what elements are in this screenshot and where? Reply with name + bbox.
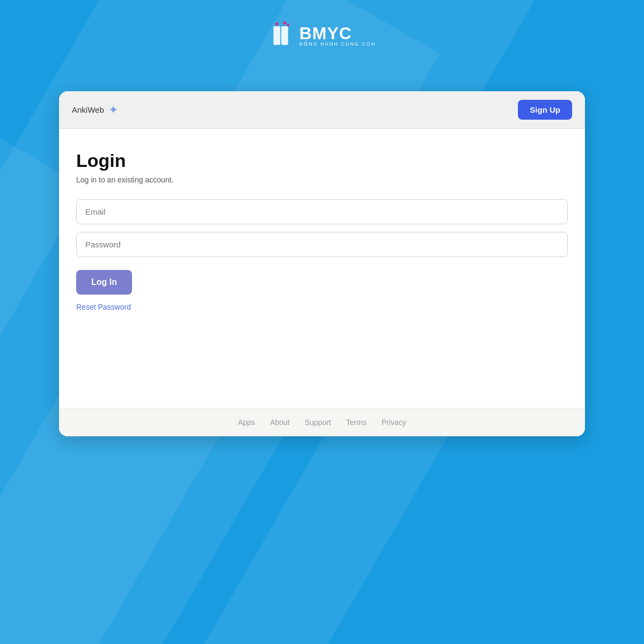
card-header-left: AnkiWeb ✦ bbox=[72, 103, 118, 117]
ankiweb-label: AnkiWeb bbox=[72, 105, 104, 114]
footer-link-privacy[interactable]: Privacy bbox=[382, 418, 406, 427]
footer-link-apps[interactable]: Apps bbox=[238, 418, 255, 427]
logo-subtitle: ĐỒNG HÀNH CÙNG CON bbox=[299, 41, 376, 47]
top-logo: BMYC ĐỒNG HÀNH CÙNG CON bbox=[268, 21, 376, 48]
card-body: Login Log in to an existing account. Log… bbox=[59, 129, 585, 408]
svg-point-3 bbox=[283, 21, 286, 24]
login-subtitle: Log in to an existing account. bbox=[76, 175, 568, 184]
svg-rect-0 bbox=[273, 26, 280, 45]
email-input[interactable] bbox=[76, 199, 568, 224]
svg-point-4 bbox=[287, 24, 289, 26]
password-input[interactable] bbox=[76, 232, 568, 257]
star-icon: ✦ bbox=[108, 103, 118, 117]
login-button[interactable]: Log In bbox=[76, 270, 132, 295]
card-header: AnkiWeb ✦ Sign Up bbox=[59, 91, 585, 129]
footer-link-support[interactable]: Support bbox=[305, 418, 331, 427]
logo-container: BMYC ĐỒNG HÀNH CÙNG CON bbox=[268, 21, 376, 48]
reset-password-link[interactable]: Reset Password bbox=[76, 303, 131, 311]
svg-point-2 bbox=[275, 23, 278, 25]
card-footer: Apps About Support Terms Privacy bbox=[59, 408, 585, 436]
footer-link-about[interactable]: About bbox=[270, 418, 290, 427]
logo-text-container: BMYC ĐỒNG HÀNH CÙNG CON bbox=[299, 24, 376, 47]
bmyc-logo-icon bbox=[268, 21, 295, 48]
footer-link-terms[interactable]: Terms bbox=[346, 418, 367, 427]
login-title: Login bbox=[76, 150, 568, 171]
signup-button[interactable]: Sign Up bbox=[518, 100, 572, 120]
logo-text: BMYC bbox=[299, 24, 376, 43]
main-card: AnkiWeb ✦ Sign Up Login Log in to an exi… bbox=[59, 91, 585, 436]
svg-rect-1 bbox=[281, 26, 288, 45]
